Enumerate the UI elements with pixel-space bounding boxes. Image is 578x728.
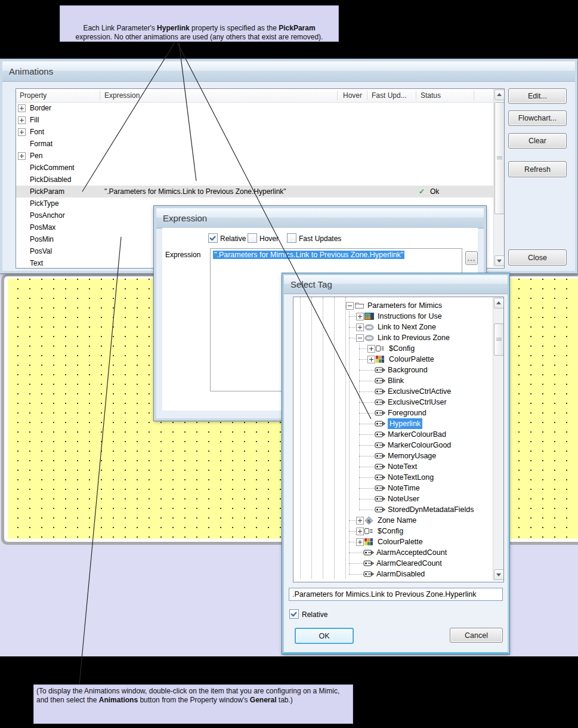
tree-item-label[interactable]: NoteTextLong — [388, 472, 434, 483]
expand-plus-icon[interactable] — [18, 104, 26, 112]
tree-item-label[interactable]: ExclusiveCtrlUser — [388, 397, 447, 408]
tree-item-instructions-for-use[interactable]: Instructions for Use — [293, 311, 493, 322]
expand-plus-icon[interactable] — [18, 128, 26, 136]
tree-item-notetext[interactable]: NoteText — [293, 461, 493, 472]
tree-item-alarmdisabled[interactable]: AlarmDisabled — [293, 569, 493, 579]
scroll-up-button[interactable] — [494, 90, 505, 100]
property-row-format[interactable]: Format — [16, 138, 494, 150]
tree-item-noteuser[interactable]: NoteUser — [293, 493, 493, 504]
tree-item-label[interactable]: StoredDynMetadataFields — [388, 504, 474, 515]
tree-item-label[interactable]: NoteText — [388, 461, 417, 472]
tree-item-label[interactable]: Instructions for Use — [378, 311, 442, 322]
tree-item-config[interactable]: $Config — [293, 526, 493, 536]
clear-button[interactable]: Clear — [508, 133, 567, 149]
tree-item-label[interactable]: Foreground — [388, 408, 426, 418]
tree-item-label[interactable]: MarkerColourBad — [388, 429, 446, 440]
tag-path-field[interactable]: .Parameters for Mimics.Link to Previous … — [289, 588, 503, 601]
expand-plus-icon[interactable] — [356, 538, 364, 546]
column-header-expression[interactable]: Expression — [104, 91, 140, 100]
tree-item-alarmclearedcount[interactable]: AlarmClearedCount — [293, 558, 493, 569]
tree-item-link-to-next-zone[interactable]: Link to Next Zone — [293, 322, 493, 332]
tree-item-alarmacceptedcount[interactable]: AlarmAcceptedCount — [293, 547, 493, 558]
tree-item-markercolourgood[interactable]: MarkerColourGood — [293, 440, 493, 451]
hover-checkbox[interactable] — [248, 233, 257, 243]
expand-plus-icon[interactable] — [356, 528, 364, 535]
expand-plus-icon[interactable] — [356, 313, 364, 320]
scrollbar-thumb[interactable] — [494, 323, 504, 356]
select-tag-titlebar[interactable]: Select Tag — [284, 275, 508, 294]
property-row-pickcomment[interactable]: PickComment — [16, 162, 494, 174]
collapse-minus-icon[interactable] — [346, 302, 354, 310]
tree-item-blink[interactable]: Blink — [293, 375, 493, 386]
tree-item-label[interactable]: ExclusiveCtrlActive — [388, 386, 451, 397]
tree-item-label[interactable]: Parameters for Mimics — [367, 300, 442, 311]
expression-titlebar[interactable]: Expression — [156, 208, 484, 229]
tree-item-label[interactable]: NoteUser — [388, 493, 419, 504]
tree-item-label[interactable]: Blink — [388, 375, 404, 386]
tree-item-colourpalette[interactable]: ColourPalette — [293, 536, 493, 547]
scrollbar-thumb[interactable] — [494, 102, 505, 214]
animations-list-scrollbar[interactable] — [493, 89, 504, 267]
tree-item-config[interactable]: $Config — [293, 343, 493, 354]
tree-item-label[interactable]: AlarmDisabled — [376, 569, 425, 579]
tree-item-storeddynmetadatafields[interactable]: StoredDynMetadataFields — [293, 504, 493, 515]
expand-plus-icon[interactable] — [18, 116, 26, 124]
property-row-border[interactable]: Border — [16, 102, 494, 114]
tree-item-label[interactable]: Link to Previous Zone — [378, 332, 450, 343]
collapse-minus-icon[interactable] — [356, 334, 364, 342]
tree-scrollbar[interactable] — [493, 297, 503, 581]
tree-item-label[interactable]: AlarmAcceptedCount — [376, 547, 447, 558]
cancel-button[interactable]: Cancel — [450, 628, 503, 643]
flowchart-button[interactable]: Flowchart... — [508, 110, 567, 126]
expand-plus-icon[interactable] — [367, 345, 375, 353]
relative-checkbox[interactable] — [289, 609, 299, 619]
tree-item-link-to-previous-zone[interactable]: Link to Previous Zone — [293, 332, 493, 343]
property-row-pickparam[interactable]: PickParam".Parameters for Mimics.Link to… — [16, 186, 494, 198]
tree-item-parameters-for-mimics[interactable]: Parameters for Mimics — [293, 300, 493, 311]
tree-item-label[interactable]: Zone Name — [378, 515, 416, 526]
ok-button[interactable]: OK — [295, 628, 354, 644]
column-header-status[interactable]: Status — [421, 91, 441, 100]
column-header-property[interactable]: Property — [20, 91, 47, 100]
tree-item-hyperlink[interactable]: Hyperlink — [293, 418, 493, 429]
tree-item-memoryusage[interactable]: MemoryUsage — [293, 451, 493, 461]
scroll-up-button[interactable] — [494, 298, 504, 309]
tree-item-label[interactable]: $Config — [389, 343, 415, 354]
tree-item-label[interactable]: ColourPalette — [389, 354, 434, 365]
tree-item-label[interactable]: ColourPalette — [378, 536, 423, 547]
refresh-button[interactable]: Refresh — [508, 161, 567, 177]
relative-checkbox[interactable] — [208, 233, 218, 243]
tree-item-label[interactable]: Background — [388, 365, 428, 375]
edit-button[interactable]: Edit... — [508, 88, 567, 104]
property-row-fill[interactable]: Fill — [16, 114, 494, 126]
tree-item-label[interactable]: MemoryUsage — [388, 451, 436, 461]
tree-item-foreground[interactable]: Foreground — [293, 408, 493, 418]
tree-item-label[interactable]: MarkerColourGood — [388, 440, 451, 451]
property-row-pickdisabled[interactable]: PickDisabled — [16, 174, 494, 186]
property-row-font[interactable]: Font — [16, 126, 494, 138]
column-header-hover[interactable]: Hover — [343, 91, 362, 100]
tree-item-label[interactable]: Hyperlink — [388, 418, 422, 429]
expand-plus-icon[interactable] — [356, 323, 364, 331]
tree-item-notetextlong[interactable]: NoteTextLong — [293, 472, 493, 483]
tree-item-colourpalette[interactable]: ColourPalette — [293, 354, 493, 365]
close-button[interactable]: Close — [508, 249, 567, 266]
tree-item-notetime[interactable]: NoteTime — [293, 483, 493, 493]
tree-item-label[interactable]: Link to Next Zone — [378, 322, 436, 332]
expand-plus-icon[interactable] — [18, 152, 26, 160]
expand-plus-icon[interactable] — [356, 517, 364, 525]
property-row-pen[interactable]: Pen — [16, 150, 494, 162]
animations-titlebar[interactable]: Animations — [2, 61, 575, 82]
expand-plus-icon[interactable] — [367, 356, 375, 363]
browse-expression-button[interactable]: ... — [465, 251, 478, 265]
fast-updates-checkbox[interactable] — [287, 233, 296, 243]
tree-item-exclusivectrluser[interactable]: ExclusiveCtrlUser — [293, 397, 493, 408]
tree-item-label[interactable]: $Config — [378, 526, 403, 536]
column-header-fast-upd[interactable]: Fast Upd... — [372, 91, 407, 100]
tree-item-exclusivectrlactive[interactable]: ExclusiveCtrlActive — [293, 386, 493, 397]
tree-item-markercolourbad[interactable]: MarkerColourBad — [293, 429, 493, 440]
tree-item-label[interactable]: AlarmClearedCount — [376, 558, 442, 569]
scroll-down-button[interactable] — [494, 569, 504, 580]
tree-item-background[interactable]: Background — [293, 365, 493, 375]
scroll-down-button[interactable] — [494, 255, 505, 266]
